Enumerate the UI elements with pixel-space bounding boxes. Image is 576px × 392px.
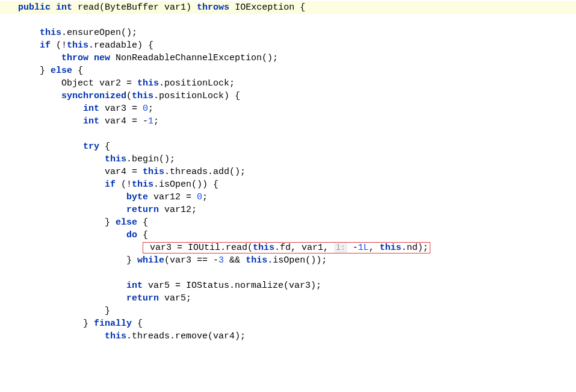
keyword-while: while [137,255,164,266]
code-text: var12 = [148,192,197,202]
code-text: var3 = [99,104,143,114]
number-literal: 0 [197,192,202,202]
code-editor[interactable]: public int read(ByteBuffer var1) throws … [0,0,576,344]
keyword-this: this [105,154,126,164]
keyword-throws: throws [197,2,229,13]
code-text: { [99,142,110,152]
number-literal: 1L [358,243,369,253]
code-text: var5; [159,293,191,303]
code-text: (! [51,40,67,51]
code-text: var5 = IOStatus.normalize(var3); [143,281,321,291]
keyword-this: this [246,255,267,266]
keyword-this: this [132,179,153,190]
keyword-try: try [83,142,99,152]
keyword-this: this [143,167,164,177]
code-text: ; [148,104,153,114]
code-text: .isOpen()) { [153,179,218,190]
code-text: .threads.add(); [164,167,246,177]
number-literal: 1 [148,116,153,126]
method-signature: read(ByteBuffer var1) [78,2,191,13]
code-text: .positionLock) { [153,91,240,101]
keyword-int: int [126,281,143,291]
brace-close: } [105,306,110,316]
keyword-do: do [126,230,137,240]
keyword-new: new [94,53,110,63]
code-line-highlighted: public int read(ByteBuffer var1) throws … [0,1,576,14]
code-text: .isOpen()); [267,255,327,266]
code-text: ; [153,116,159,126]
keyword-int: int [56,2,72,13]
code-text: , [369,243,380,253]
brace-open: { [137,319,143,329]
code-text: .fd, var1, [274,243,334,253]
code-text: .nd); [401,243,429,253]
parameter-hint: l: [334,243,347,253]
code-text: (! [116,179,132,190]
code-text: .readable) { [88,40,153,51]
code-text: - [347,243,358,253]
keyword-synchronized: synchronized [61,91,126,101]
exception-type: IOException { [235,2,305,13]
keyword-this: this [40,28,61,38]
keyword-int: int [83,116,99,126]
keyword-public: public [18,2,51,13]
code-text: var4 = [105,167,143,177]
number-literal: 3 [218,255,224,266]
code-text: .threads.remove(var4); [126,331,246,341]
code-text: var3 = IOUtil.read( [150,243,253,253]
code-text: (var3 == - [164,255,218,266]
highlighted-red-box: var3 = IOUtil.read(this.fd, var1, l: -1L… [143,242,430,254]
keyword-this: this [137,78,159,89]
code-text: .ensureOpen(); [61,28,137,38]
brace-close: } [126,255,132,266]
brace-close: } [105,217,110,228]
keyword-this: this [105,331,126,341]
keyword-int: int [83,104,99,114]
brace-close: } [83,319,88,329]
number-literal: 0 [143,104,148,114]
keyword-else: else [51,66,72,76]
code-text: && [224,255,246,266]
code-text: .positionLock; [159,78,235,89]
keyword-this: this [132,91,153,101]
keyword-return: return [126,293,159,303]
brace-open: { [143,217,148,228]
code-text: var4 = - [99,116,148,126]
keyword-finally: finally [94,319,132,329]
keyword-throw: throw [61,53,88,63]
keyword-if: if [105,179,116,190]
keyword-this: this [253,243,274,253]
brace-close: } [40,66,45,76]
keyword-else: else [116,217,137,228]
keyword-this: this [380,243,401,253]
keyword-return: return [126,205,159,215]
code-text: ( [126,91,132,101]
code-text: ; [202,192,208,202]
brace-open: { [78,66,83,76]
code-text: NonReadableChannelException(); [110,53,278,63]
keyword-if: if [40,40,51,51]
keyword-byte: byte [126,192,148,202]
code-text: { [137,230,148,240]
code-text: .begin(); [126,154,175,164]
code-text: var12; [159,205,197,215]
keyword-this: this [67,40,88,51]
code-text: Object var2 = [61,78,137,89]
